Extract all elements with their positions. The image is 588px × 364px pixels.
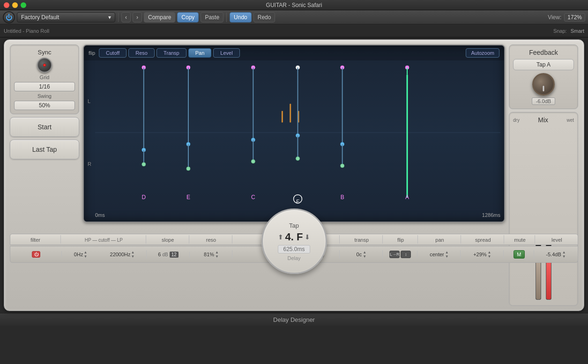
- flip-header: flip: [384, 235, 417, 244]
- divider: [118, 13, 119, 22]
- nav-back-button[interactable]: ‹: [121, 12, 131, 22]
- transp-header: transp: [341, 235, 383, 244]
- mix-title: Mix: [522, 116, 564, 124]
- mute-header: mute: [505, 235, 535, 244]
- bottom-title: Delay Designer: [273, 316, 315, 323]
- svg-text:C: C: [251, 194, 255, 201]
- top-bar: GUITAR - Sonic Safari: [0, 0, 588, 10]
- filter-range-cell: 0Hz ▲▼ 22000Hz ▲▼: [63, 250, 147, 259]
- reso-value-cell: 81% ▲▼: [191, 250, 233, 259]
- mute-button[interactable]: M: [514, 250, 524, 259]
- last-tap-button[interactable]: Last Tap: [10, 140, 79, 159]
- minimize-button[interactable]: [12, 2, 18, 8]
- svg-text:B: B: [341, 194, 344, 201]
- filter-toggle[interactable]: ⏻: [32, 251, 40, 258]
- tab-level[interactable]: Level: [213, 48, 239, 58]
- mix-dry-label: dry: [513, 118, 520, 123]
- tab-transp[interactable]: Transp: [156, 48, 186, 58]
- flip-lr-button[interactable]: L→R: [389, 251, 400, 258]
- power-button[interactable]: ⏻: [3, 11, 15, 23]
- flip-ud-button[interactable]: ↕: [401, 251, 411, 258]
- toolbar-right: View: 172%: [548, 13, 585, 22]
- preset-dropdown[interactable]: Factory Default ▾: [17, 12, 115, 22]
- reso-header: reso: [190, 235, 232, 244]
- feedback-knob[interactable]: [532, 73, 555, 96]
- level-header: level: [536, 235, 578, 244]
- slope-value-cell: 6 dB 12: [148, 252, 190, 258]
- bottom-title-bar: Delay Designer: [0, 313, 588, 326]
- second-bar: Untitled - Piano Roll Snap: Smart: [0, 24, 588, 37]
- feedback-title: Feedback: [529, 49, 558, 56]
- grid-label: Grid: [40, 74, 50, 80]
- pan-stepper[interactable]: ▲▼: [445, 250, 449, 259]
- filter-value-cell: ⏻: [11, 251, 62, 258]
- close-button[interactable]: [4, 2, 9, 8]
- nav-forward-button[interactable]: ›: [133, 12, 142, 22]
- tap-value: 4. F: [285, 231, 303, 243]
- spread-stepper[interactable]: ▲▼: [488, 250, 491, 259]
- filter-high-stepper[interactable]: ▲▼: [131, 250, 135, 259]
- svg-point-11: [186, 167, 190, 171]
- slope-header: slope: [147, 235, 189, 244]
- tab-pan[interactable]: Pan: [188, 48, 212, 58]
- svg-point-5: [142, 163, 146, 166]
- tab-reso[interactable]: Reso: [128, 48, 155, 58]
- sync-dial[interactable]: [37, 58, 52, 73]
- filter-low-stepper[interactable]: ▲▼: [83, 250, 87, 259]
- window-controls: [4, 2, 26, 8]
- undo-button[interactable]: Undo: [230, 12, 252, 22]
- sync-dial-dot: [43, 64, 46, 67]
- snap-value: Smart: [571, 28, 584, 34]
- start-button[interactable]: Start: [10, 117, 79, 137]
- maximize-button[interactable]: [21, 2, 26, 8]
- tab-cutoff[interactable]: Cutoff: [99, 48, 127, 58]
- slope-badge: 12: [170, 252, 179, 258]
- display-tabs: flip Cutoff Reso Transp Pan Level Autozo…: [84, 45, 504, 60]
- tap-a-button[interactable]: Tap A: [513, 59, 574, 70]
- time-start: 0ms: [95, 212, 105, 218]
- view-value[interactable]: 172%: [564, 13, 585, 22]
- time-end: 1286ms: [482, 212, 500, 218]
- svg-rect-20: [282, 111, 283, 123]
- main-display: flip Cutoff Reso Transp Pan Level Autozo…: [83, 45, 505, 223]
- mix-wet-label: wet: [566, 118, 574, 123]
- copy-button[interactable]: Copy: [177, 12, 199, 22]
- bottom-section: Tap ⬆ 4. F ⬇ 625.0ms Delay filter HP — c…: [10, 232, 578, 307]
- grid-value[interactable]: 1/16: [14, 82, 75, 91]
- flip-value-cell: L→R ↕: [384, 251, 417, 258]
- level-stepper[interactable]: ▲▼: [562, 250, 566, 259]
- pan-value-cell: center ▲▼: [418, 250, 461, 259]
- svg-point-33: [341, 164, 344, 168]
- filter-header: filter: [10, 235, 61, 244]
- subtitle: Untitled - Piano Roll: [4, 28, 49, 34]
- tap-selector-inner: ⬆ 4. F ⬇: [278, 231, 311, 243]
- feedback-knob-indicator: [543, 86, 544, 91]
- autozoom-button[interactable]: Autozoom: [466, 48, 499, 58]
- tap-next-button[interactable]: ⬇: [305, 233, 310, 241]
- transp-stepper[interactable]: ▲▼: [363, 250, 366, 259]
- tap-delay-label: Delay: [287, 255, 300, 261]
- reso-stepper[interactable]: ▲▼: [215, 250, 219, 259]
- feedback-section: Feedback Tap A -6.0dB: [509, 45, 578, 109]
- display-canvas: L R D E: [84, 60, 504, 219]
- paste-button[interactable]: Paste: [201, 12, 223, 22]
- filter-high-group: 22000Hz ▲▼: [110, 250, 135, 259]
- spread-header: spread: [462, 235, 504, 244]
- pan-header: pan: [419, 235, 461, 244]
- level-value-cell: -5.4dB ▲▼: [535, 250, 577, 259]
- tap-prev-button[interactable]: ⬆: [278, 233, 283, 241]
- compare-button[interactable]: Compare: [144, 12, 175, 22]
- lr-labels: L R: [88, 60, 91, 205]
- view-label: View:: [548, 14, 561, 21]
- redo-button[interactable]: Redo: [253, 12, 275, 22]
- svg-text:E: E: [186, 194, 190, 201]
- sync-label: Sync: [38, 49, 52, 56]
- svg-text:A: A: [405, 194, 409, 201]
- tap-selector[interactable]: Tap ⬆ 4. F ⬇ 625.0ms Delay: [261, 208, 327, 274]
- feedback-knob-container: -6.0dB: [532, 73, 555, 105]
- sync-section: Sync Grid 1/16 Swing 50%: [10, 45, 79, 114]
- svg-point-26: [296, 156, 300, 160]
- tap-selector-label: Tap: [289, 222, 299, 229]
- swing-value[interactable]: 50%: [14, 101, 75, 110]
- svg-rect-21: [290, 104, 291, 122]
